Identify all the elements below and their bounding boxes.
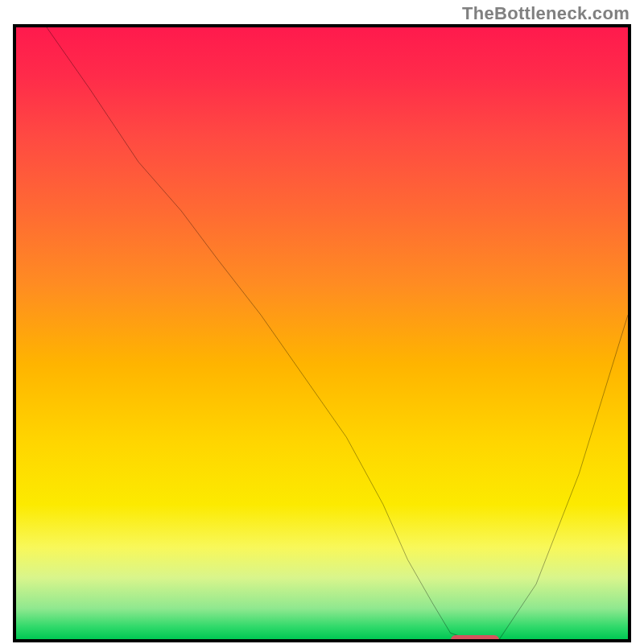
- plot-area: [16, 27, 628, 639]
- watermark-text: TheBottleneck.com: [462, 3, 630, 24]
- optimum-marker: [451, 635, 500, 639]
- chart-frame: [13, 24, 631, 642]
- bottleneck-curve: [16, 27, 628, 639]
